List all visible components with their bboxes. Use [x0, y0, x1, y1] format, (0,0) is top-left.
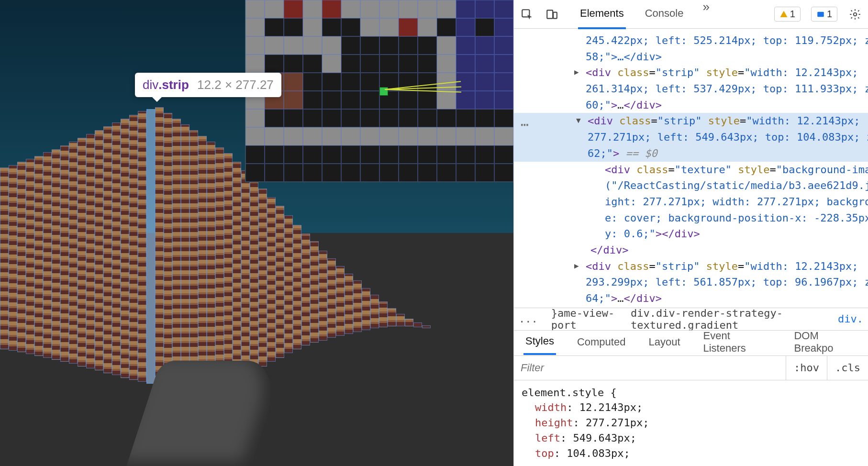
dom-line[interactable]: e: cover; background-position-x: -228.35… [514, 210, 868, 226]
twisty-collapsed-icon[interactable]: ▶ [574, 261, 579, 271]
hov-toggle-button[interactable]: :hov [786, 356, 827, 380]
dom-line[interactable]: </div> [514, 242, 868, 258]
raycast-strip[interactable] [189, 130, 198, 386]
cls-toggle-button[interactable]: .cls [827, 356, 868, 380]
tab-layout[interactable]: Layout [646, 330, 682, 354]
styles-filter-input[interactable] [514, 356, 786, 380]
breadcrumb-ellipsis[interactable]: ... [519, 313, 538, 325]
raycast-strip[interactable] [250, 179, 258, 369]
raycast-strip[interactable] [60, 145, 69, 362]
css-prop[interactable]: top [535, 447, 554, 459]
dom-line[interactable]: ▶<div class="strip" style="width: 12.214… [514, 258, 868, 275]
css-val[interactable]: 104.083px; [567, 447, 630, 459]
dom-line[interactable]: y: 0.6;"></div> [514, 226, 868, 242]
dom-line-selected[interactable]: ⋯▼<div class="strip" style="width: 12.21… [514, 113, 868, 129]
raycast-strip[interactable] [0, 167, 9, 349]
raycast-strip[interactable] [327, 258, 336, 338]
raycast-strip[interactable] [413, 322, 422, 327]
css-prop[interactable]: left [535, 432, 560, 444]
tab-computed[interactable]: Computed [575, 330, 628, 354]
raycast-strip[interactable] [198, 136, 207, 385]
elements-tree[interactable]: 245.422px; left: 525.214px; top: 119.752… [514, 29, 868, 308]
raycast-strip[interactable] [43, 152, 52, 358]
raycast-strip[interactable] [379, 301, 388, 327]
css-prop[interactable]: width [535, 401, 567, 413]
device-toggle-icon[interactable] [545, 7, 559, 22]
raycast-strip[interactable] [129, 115, 138, 380]
raycast-strip[interactable] [362, 288, 370, 330]
dom-line[interactable]: 64;">…</div> [514, 290, 868, 307]
breadcrumb-item[interactable]: div. [838, 313, 863, 325]
issues-badge[interactable]: 1 [811, 7, 837, 22]
raycast-strip[interactable] [138, 111, 146, 382]
twisty-collapsed-icon[interactable]: ▶ [574, 67, 579, 78]
dom-line[interactable]: 245.422px; left: 525.214px; top: 119.752… [514, 33, 868, 49]
warnings-badge[interactable]: 1 [774, 7, 801, 22]
raycast-strip[interactable] [26, 159, 34, 354]
css-val[interactable]: 12.2143px; [579, 401, 643, 413]
dom-line[interactable]: 293.299px; left: 561.857px; top: 96.1967… [514, 274, 868, 290]
raycast-strip[interactable] [78, 138, 86, 366]
tab-console[interactable]: Console [643, 0, 686, 29]
raycast-strip[interactable] [396, 314, 405, 326]
game-viewport[interactable]: div.strip 12.2 × 277.27 [0, 0, 513, 466]
raycast-strip[interactable] [34, 156, 43, 356]
raycast-strip[interactable] [388, 308, 396, 326]
raycast-strip[interactable] [258, 189, 267, 366]
settings-gear-icon[interactable] [848, 7, 862, 22]
raycast-strip[interactable] [121, 119, 129, 378]
raycast-strip[interactable] [103, 126, 112, 373]
raycast-strip[interactable] [267, 197, 276, 362]
raycast-strip[interactable] [405, 319, 413, 326]
raycast-strip[interactable] [276, 206, 284, 358]
select-element-icon[interactable] [520, 7, 534, 22]
raycast-strip[interactable] [52, 149, 60, 360]
raycast-strip[interactable] [233, 162, 241, 379]
dom-line[interactable]: ▶<div class="strip" style="width: 12.214… [514, 307, 868, 308]
raycast-strip[interactable] [69, 142, 78, 364]
raycast-strip[interactable] [353, 280, 362, 332]
raycast-strip[interactable] [284, 215, 293, 353]
dom-line[interactable]: 261.314px; left: 537.429px; top: 111.933… [514, 81, 868, 97]
css-val[interactable]: 549.643px; [573, 432, 636, 444]
raycast-strip[interactable] [146, 109, 155, 384]
tab-event-listeners[interactable]: Event Listeners [701, 324, 773, 360]
dom-line-selected[interactable]: 62;"> == $0 [514, 145, 868, 162]
raycast-strip[interactable] [181, 124, 189, 386]
raycast-strip[interactable] [241, 170, 250, 375]
raycast-strip[interactable] [86, 134, 95, 368]
dom-line[interactable]: ight: 277.271px; width: 277.271px; backg… [514, 194, 868, 210]
raycast-strip[interactable] [345, 274, 353, 334]
raycast-strip[interactable] [224, 153, 233, 383]
raycast-strip[interactable] [370, 295, 379, 328]
raycast-strip[interactable] [310, 241, 319, 343]
tab-dom-breakpoints[interactable]: DOM Breakpo [792, 324, 858, 360]
twisty-expanded-icon[interactable]: ▼ [576, 115, 581, 126]
css-val[interactable]: 277.271px; [586, 417, 649, 429]
raycast-strip[interactable] [155, 107, 164, 386]
tabs-overflow-icon[interactable]: » [702, 0, 709, 29]
raycast-strip[interactable] [215, 147, 224, 384]
raycast-strip[interactable] [336, 266, 345, 336]
raycast-strip[interactable] [422, 325, 431, 328]
raycast-strip[interactable] [301, 233, 310, 345]
dom-line[interactable]: 60;">…</div> [514, 97, 868, 113]
raycast-strip[interactable] [207, 142, 215, 385]
dom-line[interactable]: ("/ReactCasting/static/media/b3.aee621d9… [514, 178, 868, 194]
raycast-strip[interactable] [112, 122, 121, 375]
raycast-strip[interactable] [17, 162, 26, 352]
raycast-strip[interactable] [319, 251, 327, 341]
breadcrumb-item[interactable]: }ame-view-port [551, 308, 617, 331]
tab-styles[interactable]: Styles [523, 329, 556, 355]
dom-line[interactable]: ▶<div class="strip" style="width: 12.214… [514, 65, 868, 81]
raycast-strip[interactable] [9, 165, 17, 351]
tab-elements[interactable]: Elements [578, 0, 626, 29]
dom-line[interactable]: <div class="texture" style="background-i… [514, 162, 868, 178]
css-prop[interactable]: height [535, 417, 573, 429]
raycast-strip[interactable] [164, 113, 172, 387]
dom-line-selected[interactable]: 277.271px; left: 549.643px; top: 104.083… [514, 129, 868, 145]
raycast-strip[interactable] [293, 225, 301, 349]
dom-line[interactable]: 58;">…</div> [514, 49, 868, 65]
raycast-strip[interactable] [95, 130, 103, 370]
style-rules[interactable]: element.style { width: 12.2143px; height… [514, 380, 868, 466]
